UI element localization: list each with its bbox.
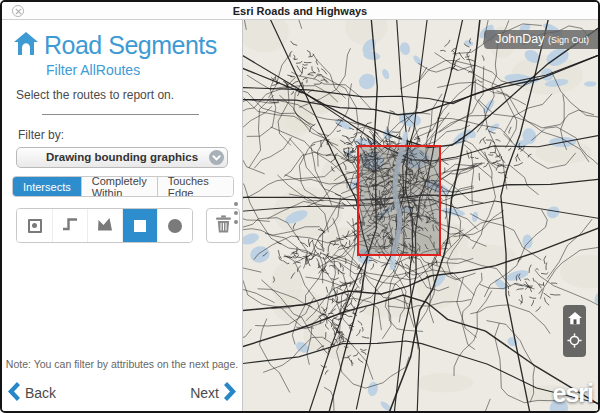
trash-icon (215, 215, 232, 237)
draw-point-tool[interactable] (17, 209, 52, 242)
draw-polyline-tool[interactable] (52, 209, 87, 242)
title-bar: Esri Roads and Highways (2, 2, 598, 20)
username: JohnDay (495, 32, 544, 46)
chevron-down-icon (209, 150, 224, 165)
wizard-footer: Back Next (8, 382, 236, 404)
home-icon (568, 311, 582, 329)
page-title: Road Segments (44, 31, 217, 60)
filter-panel: Road Segments Filter AllRoutes Select th… (2, 20, 242, 411)
draw-rectangle-tool[interactable] (122, 209, 157, 242)
locate-button[interactable] (563, 331, 586, 354)
tab-intersects[interactable]: Intersects (13, 177, 81, 196)
home-icon (14, 32, 38, 59)
dropdown-value: Drawing bounding graphics (46, 151, 198, 163)
back-label: Back (25, 385, 56, 401)
user-badge[interactable]: JohnDay (Sign Out) (484, 30, 598, 49)
chevron-right-icon (224, 382, 236, 404)
window-title: Esri Roads and Highways (233, 5, 367, 17)
draw-tools (16, 208, 242, 243)
app-window: Esri Roads and Highways Road Segments Fi… (0, 0, 600, 413)
tab-completely-within[interactable]: Completely Within (81, 177, 157, 196)
esri-logo: esri (553, 379, 593, 408)
point-icon (28, 219, 42, 233)
crosshair-icon (567, 333, 582, 352)
panel-resize-handle[interactable] (234, 202, 238, 224)
map-canvas[interactable] (243, 20, 598, 411)
chevron-left-icon (8, 382, 20, 404)
home-extent-button[interactable] (563, 308, 586, 331)
page-subtitle: Filter AllRoutes (46, 62, 242, 78)
filter-by-label: Filter by: (18, 128, 242, 142)
draw-circle-tool[interactable] (157, 209, 192, 242)
divider (42, 114, 199, 115)
sign-out-link[interactable]: (Sign Out) (548, 35, 589, 45)
draw-polygon-tool[interactable] (87, 209, 122, 242)
map-container: JohnDay (Sign Out) (242, 20, 598, 411)
polyline-icon (62, 216, 78, 236)
next-label: Next (190, 385, 219, 401)
tab-touches-edge[interactable]: Touches Edge (157, 177, 233, 196)
filter-method-dropdown[interactable]: Drawing bounding graphics (16, 147, 228, 168)
note-text: Note: You can filter by attributes on th… (2, 358, 242, 370)
close-icon[interactable] (12, 5, 24, 17)
polygon-icon (97, 217, 113, 235)
selection-rectangle-graphic (358, 146, 440, 255)
back-button[interactable]: Back (8, 382, 56, 404)
rectangle-icon (134, 220, 146, 232)
next-button[interactable]: Next (190, 382, 236, 404)
map-controls (563, 305, 586, 357)
spatial-relation-tabs: Intersects Completely Within Touches Edg… (12, 176, 234, 197)
circle-icon (168, 219, 182, 233)
description-text: Select the routes to report on. (16, 88, 242, 102)
